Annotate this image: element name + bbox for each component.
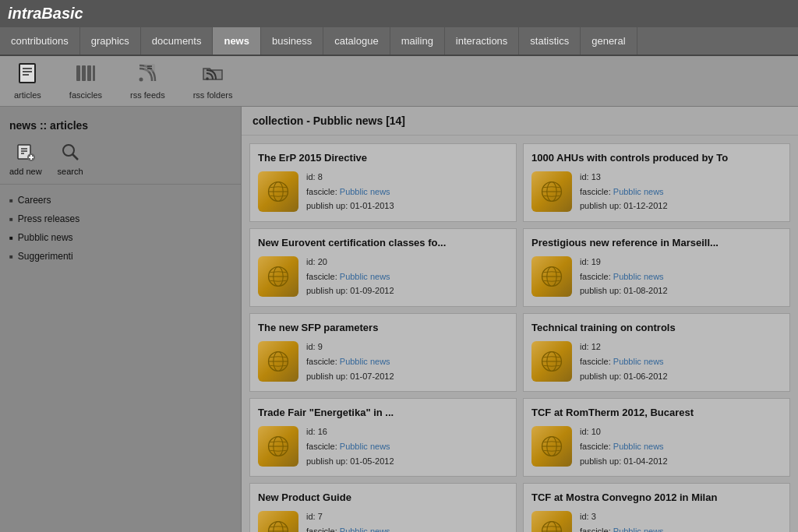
fascicle-link[interactable]: Pubblic news <box>340 357 390 366</box>
article-card[interactable]: TCF at RomTherm 2012, Bucarest id: 10fas… <box>523 398 790 477</box>
articles-grid: The ErP 2015 Directive id: 8fascicle: Pu… <box>242 136 798 532</box>
sidebar-category-careers[interactable]: Careers <box>9 191 231 210</box>
article-meta: id: 20fascicle: Pubblic newspublish up: … <box>306 255 394 298</box>
article-title: Technical training on controls <box>531 322 782 333</box>
nav-item-mailing[interactable]: mailing <box>390 27 445 55</box>
fascicle-link[interactable]: Pubblic news <box>340 187 390 196</box>
article-globe-icon <box>531 171 572 212</box>
article-card[interactable]: New Eurovent certification classes fo...… <box>249 228 517 307</box>
fascicles-icon <box>75 62 97 89</box>
svg-rect-0 <box>19 64 35 83</box>
article-card[interactable]: The new SFP parameters id: 9fascicle: Pu… <box>249 313 517 392</box>
svg-rect-6 <box>87 65 91 81</box>
subnav-item-articles[interactable]: articles <box>8 61 48 101</box>
header: intraBasic <box>0 0 798 27</box>
nav-item-graphics[interactable]: graphics <box>80 27 141 55</box>
article-title: TCF at RomTherm 2012, Bucarest <box>531 407 782 418</box>
article-globe-icon <box>258 256 298 297</box>
sidebar-category-press-releases[interactable]: Press releases <box>9 210 231 228</box>
article-title: Prestigious new reference in Marseill... <box>531 237 782 248</box>
article-title: New Product Guide <box>258 491 508 503</box>
fascicle-link[interactable]: Pubblic news <box>613 442 664 451</box>
fascicles-label: fascicles <box>69 90 102 100</box>
article-card[interactable]: Trade Fair "Energetika" in ... id: 16fas… <box>249 398 517 477</box>
top-nav: contributionsgraphicsdocumentsnewsbusine… <box>0 27 798 56</box>
sidebar: news :: articles add new search CareersP… <box>0 107 242 532</box>
fascicle-link[interactable]: Pubblic news <box>613 357 664 366</box>
add-new-label: add new <box>9 167 42 176</box>
sidebar-category-suggerimenti[interactable]: Suggerimenti <box>9 247 231 266</box>
article-globe-icon <box>531 256 572 297</box>
article-card[interactable]: New Product Guide id: 7fascicle: Pubblic… <box>249 483 517 532</box>
article-meta: id: 9fascicle: Pubblic newspublish up: 0… <box>306 340 394 383</box>
nav-item-catalogue[interactable]: catalogue <box>323 27 390 55</box>
article-globe-icon <box>258 511 298 532</box>
subnav-item-rss-feeds[interactable]: rss feeds <box>124 61 171 101</box>
article-title: 1000 AHUs with controls produced by To <box>531 152 782 164</box>
fascicle-link[interactable]: Pubblic news <box>340 442 390 451</box>
search-label: search <box>58 167 83 176</box>
sidebar-category-pubblic-news[interactable]: Pubblic news <box>9 228 231 247</box>
fascicle-link[interactable]: Pubblic news <box>340 527 390 532</box>
svg-point-8 <box>139 78 143 82</box>
article-meta: id: 3fascicle: Pubblic newspublish up: 0… <box>580 509 668 532</box>
rss-folders-label: rss folders <box>193 90 233 100</box>
article-card[interactable]: Prestigious new reference in Marseill...… <box>523 228 790 307</box>
svg-rect-5 <box>82 65 86 81</box>
nav-item-statistics[interactable]: statistics <box>519 27 581 55</box>
subnav-item-fascicles[interactable]: fascicles <box>63 61 108 101</box>
article-title: Trade Fair "Energetika" in ... <box>258 407 508 418</box>
logo: intraBasic <box>8 5 83 22</box>
svg-point-12 <box>206 77 209 80</box>
svg-point-20 <box>63 145 74 156</box>
article-title: The ErP 2015 Directive <box>258 152 508 164</box>
nav-item-contributions[interactable]: contributions <box>0 27 80 55</box>
rss-folders-icon <box>202 62 224 89</box>
nav-item-news[interactable]: news <box>213 27 261 55</box>
article-globe-icon <box>258 341 298 382</box>
add-new-action[interactable]: add new <box>9 143 42 176</box>
article-meta: id: 19fascicle: Pubblic newspublish up: … <box>580 255 668 298</box>
sidebar-category-list: CareersPress releasesPubblic newsSuggeri… <box>0 191 241 266</box>
fascicle-link[interactable]: Pubblic news <box>613 272 664 281</box>
article-globe-icon <box>531 426 572 467</box>
sidebar-actions: add new search <box>0 139 241 185</box>
fascicle-link[interactable]: Pubblic news <box>613 187 664 196</box>
nav-item-interactions[interactable]: interactions <box>445 27 519 55</box>
article-meta: id: 16fascicle: Pubblic newspublish up: … <box>306 425 394 468</box>
article-globe-icon <box>258 426 298 467</box>
article-card[interactable]: The ErP 2015 Directive id: 8fascicle: Pu… <box>249 143 517 222</box>
article-meta: id: 10fascicle: Pubblic newspublish up: … <box>580 425 668 468</box>
content-header: collection - Pubblic news [14] <box>242 107 798 136</box>
nav-item-documents[interactable]: documents <box>141 27 214 55</box>
main-layout: news :: articles add new search CareersP… <box>0 107 798 532</box>
svg-rect-7 <box>93 65 95 81</box>
fascicle-link[interactable]: Pubblic news <box>340 272 390 281</box>
article-title: TCF at Mostra Convegno 2012 in Milan <box>531 491 782 503</box>
search-action[interactable]: search <box>58 143 83 176</box>
svg-rect-9 <box>144 64 155 72</box>
article-meta: id: 7fascicle: Pubblic newspublish up: 1… <box>306 509 394 532</box>
nav-item-general[interactable]: general <box>581 27 637 55</box>
article-card[interactable]: Technical training on controls id: 12fas… <box>523 313 790 392</box>
nav-item-business[interactable]: business <box>261 27 323 55</box>
article-meta: id: 8fascicle: Pubblic newspublish up: 0… <box>306 170 394 213</box>
article-meta: id: 12fascicle: Pubblic newspublish up: … <box>580 340 668 383</box>
article-title: The new SFP parameters <box>258 322 508 333</box>
add-new-icon <box>16 143 35 165</box>
sidebar-title: news :: articles <box>0 115 241 139</box>
fascicle-link[interactable]: Pubblic news <box>613 527 664 532</box>
subnav-item-rss-folders[interactable]: rss folders <box>187 61 239 101</box>
article-meta: id: 13fascicle: Pubblic newspublish up: … <box>580 170 668 213</box>
content-area: collection - Pubblic news [14] The ErP 2… <box>242 107 798 532</box>
rss-feeds-icon <box>136 62 158 89</box>
articles-icon <box>16 62 38 89</box>
search-icon <box>61 143 79 165</box>
article-globe-icon <box>531 341 572 382</box>
article-globe-icon <box>531 511 572 532</box>
article-globe-icon <box>258 171 298 212</box>
svg-line-21 <box>72 154 78 160</box>
article-card[interactable]: TCF at Mostra Convegno 2012 in Milan id:… <box>523 483 790 532</box>
rss-feeds-label: rss feeds <box>130 90 165 100</box>
article-card[interactable]: 1000 AHUs with controls produced by To i… <box>523 143 790 222</box>
